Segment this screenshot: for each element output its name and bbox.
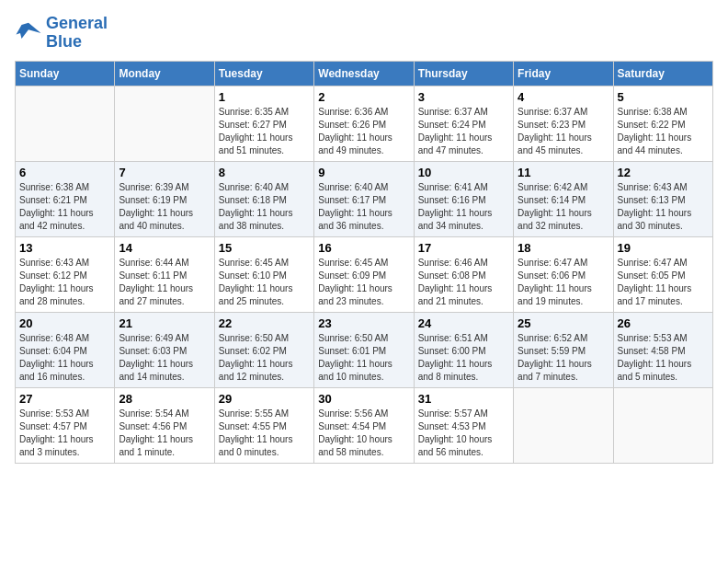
day-info: Sunrise: 5:53 AM Sunset: 4:58 PM Dayligh…: [618, 332, 709, 384]
calendar-cell: [16, 86, 115, 161]
calendar-cell: 25Sunrise: 6:52 AM Sunset: 5:59 PM Dayli…: [514, 312, 613, 387]
day-info: Sunrise: 6:46 AM Sunset: 6:08 PM Dayligh…: [418, 257, 509, 308]
day-number: 19: [618, 241, 709, 255]
day-number: 6: [19, 166, 110, 179]
day-info: Sunrise: 5:55 AM Sunset: 4:55 PM Dayligh…: [219, 408, 310, 459]
day-info: Sunrise: 6:48 AM Sunset: 6:04 PM Dayligh…: [19, 332, 110, 384]
day-info: Sunrise: 6:35 AM Sunset: 6:27 PM Dayligh…: [219, 106, 310, 157]
day-info: Sunrise: 6:45 AM Sunset: 6:09 PM Dayligh…: [318, 257, 409, 308]
day-info: Sunrise: 6:36 AM Sunset: 6:26 PM Dayligh…: [318, 106, 409, 157]
calendar-cell: 11Sunrise: 6:42 AM Sunset: 6:14 PM Dayli…: [514, 161, 613, 236]
day-number: 3: [418, 90, 509, 104]
day-info: Sunrise: 6:38 AM Sunset: 6:22 PM Dayligh…: [618, 106, 709, 157]
day-header-monday: Monday: [115, 61, 214, 86]
day-number: 7: [119, 166, 210, 179]
day-info: Sunrise: 6:42 AM Sunset: 6:14 PM Dayligh…: [518, 181, 609, 233]
day-number: 25: [518, 316, 609, 330]
day-number: 4: [518, 90, 609, 104]
day-number: 12: [618, 166, 709, 179]
calendar-cell: 13Sunrise: 6:43 AM Sunset: 6:12 PM Dayli…: [16, 236, 115, 312]
calendar-week-row: 27Sunrise: 5:53 AM Sunset: 4:57 PM Dayli…: [16, 387, 713, 463]
day-info: Sunrise: 6:37 AM Sunset: 6:23 PM Dayligh…: [518, 106, 609, 157]
calendar-cell: 7Sunrise: 6:39 AM Sunset: 6:19 PM Daylig…: [115, 161, 214, 236]
day-info: Sunrise: 6:50 AM Sunset: 6:01 PM Dayligh…: [318, 332, 409, 384]
calendar-cell: 30Sunrise: 5:56 AM Sunset: 4:54 PM Dayli…: [314, 387, 414, 463]
day-number: 27: [19, 392, 110, 406]
calendar-week-row: 1Sunrise: 6:35 AM Sunset: 6:27 PM Daylig…: [16, 86, 713, 161]
calendar-cell: 12Sunrise: 6:43 AM Sunset: 6:13 PM Dayli…: [613, 161, 712, 236]
day-info: Sunrise: 5:57 AM Sunset: 4:53 PM Dayligh…: [418, 408, 509, 459]
day-number: 20: [19, 316, 110, 330]
day-info: Sunrise: 5:56 AM Sunset: 4:54 PM Dayligh…: [318, 408, 409, 459]
calendar-cell: 17Sunrise: 6:46 AM Sunset: 6:08 PM Dayli…: [414, 236, 513, 312]
calendar-cell: [115, 86, 214, 161]
calendar-cell: 28Sunrise: 5:54 AM Sunset: 4:56 PM Dayli…: [115, 387, 214, 463]
day-info: Sunrise: 6:39 AM Sunset: 6:19 PM Dayligh…: [119, 181, 210, 233]
day-header-wednesday: Wednesday: [314, 61, 414, 86]
calendar-cell: 3Sunrise: 6:37 AM Sunset: 6:24 PM Daylig…: [414, 86, 513, 161]
logo: General Blue: [15, 15, 108, 52]
day-number: 24: [418, 316, 509, 330]
calendar-cell: 29Sunrise: 5:55 AM Sunset: 4:55 PM Dayli…: [214, 387, 313, 463]
day-number: 11: [518, 166, 609, 179]
calendar-cell: 6Sunrise: 6:38 AM Sunset: 6:21 PM Daylig…: [16, 161, 115, 236]
calendar-cell: [613, 387, 712, 463]
day-number: 1: [219, 90, 310, 104]
calendar-cell: 23Sunrise: 6:50 AM Sunset: 6:01 PM Dayli…: [314, 312, 414, 387]
calendar-week-row: 13Sunrise: 6:43 AM Sunset: 6:12 PM Dayli…: [16, 236, 713, 312]
calendar-table: SundayMondayTuesdayWednesdayThursdayFrid…: [15, 61, 713, 464]
day-header-friday: Friday: [514, 61, 613, 86]
day-info: Sunrise: 6:45 AM Sunset: 6:10 PM Dayligh…: [219, 257, 310, 308]
page-header: General Blue: [15, 15, 713, 52]
calendar-cell: 24Sunrise: 6:51 AM Sunset: 6:00 PM Dayli…: [414, 312, 513, 387]
day-info: Sunrise: 6:47 AM Sunset: 6:06 PM Dayligh…: [518, 257, 609, 308]
day-info: Sunrise: 6:43 AM Sunset: 6:12 PM Dayligh…: [19, 257, 110, 308]
day-number: 22: [219, 316, 310, 330]
day-number: 31: [418, 392, 509, 406]
calendar-cell: 21Sunrise: 6:49 AM Sunset: 6:03 PM Dayli…: [115, 312, 214, 387]
day-info: Sunrise: 6:50 AM Sunset: 6:02 PM Dayligh…: [219, 332, 310, 384]
day-number: 26: [618, 316, 709, 330]
calendar-week-row: 6Sunrise: 6:38 AM Sunset: 6:21 PM Daylig…: [16, 161, 713, 236]
day-number: 8: [219, 166, 310, 179]
day-info: Sunrise: 5:54 AM Sunset: 4:56 PM Dayligh…: [119, 408, 210, 459]
day-number: 13: [19, 241, 110, 255]
calendar-cell: 22Sunrise: 6:50 AM Sunset: 6:02 PM Dayli…: [214, 312, 313, 387]
calendar-cell: 31Sunrise: 5:57 AM Sunset: 4:53 PM Dayli…: [414, 387, 513, 463]
day-info: Sunrise: 6:43 AM Sunset: 6:13 PM Dayligh…: [618, 181, 709, 233]
day-number: 28: [119, 392, 210, 406]
calendar-cell: 9Sunrise: 6:40 AM Sunset: 6:17 PM Daylig…: [314, 161, 414, 236]
calendar-cell: 8Sunrise: 6:40 AM Sunset: 6:18 PM Daylig…: [214, 161, 313, 236]
day-header-sunday: Sunday: [16, 61, 115, 86]
day-number: 10: [418, 166, 509, 179]
day-info: Sunrise: 6:44 AM Sunset: 6:11 PM Dayligh…: [119, 257, 210, 308]
calendar-cell: 5Sunrise: 6:38 AM Sunset: 6:22 PM Daylig…: [613, 86, 712, 161]
day-number: 16: [318, 241, 409, 255]
svg-marker-0: [17, 23, 41, 39]
logo-icon: [15, 19, 42, 47]
calendar-week-row: 20Sunrise: 6:48 AM Sunset: 6:04 PM Dayli…: [16, 312, 713, 387]
day-header-tuesday: Tuesday: [214, 61, 313, 86]
day-number: 18: [518, 241, 609, 255]
calendar-cell: [514, 387, 613, 463]
day-header-saturday: Saturday: [613, 61, 712, 86]
day-number: 14: [119, 241, 210, 255]
day-info: Sunrise: 6:51 AM Sunset: 6:00 PM Dayligh…: [418, 332, 509, 384]
day-number: 23: [318, 316, 409, 330]
day-number: 17: [418, 241, 509, 255]
calendar-header-row: SundayMondayTuesdayWednesdayThursdayFrid…: [16, 61, 713, 86]
day-info: Sunrise: 6:47 AM Sunset: 6:05 PM Dayligh…: [618, 257, 709, 308]
day-info: Sunrise: 6:38 AM Sunset: 6:21 PM Dayligh…: [19, 181, 110, 233]
day-number: 2: [318, 90, 409, 104]
day-info: Sunrise: 6:37 AM Sunset: 6:24 PM Dayligh…: [418, 106, 509, 157]
calendar-cell: 27Sunrise: 5:53 AM Sunset: 4:57 PM Dayli…: [16, 387, 115, 463]
calendar-cell: 4Sunrise: 6:37 AM Sunset: 6:23 PM Daylig…: [514, 86, 613, 161]
calendar-cell: 14Sunrise: 6:44 AM Sunset: 6:11 PM Dayli…: [115, 236, 214, 312]
calendar-cell: 10Sunrise: 6:41 AM Sunset: 6:16 PM Dayli…: [414, 161, 513, 236]
day-number: 30: [318, 392, 409, 406]
day-number: 5: [618, 90, 709, 104]
calendar-cell: 1Sunrise: 6:35 AM Sunset: 6:27 PM Daylig…: [214, 86, 313, 161]
day-info: Sunrise: 6:41 AM Sunset: 6:16 PM Dayligh…: [418, 181, 509, 233]
day-info: Sunrise: 6:40 AM Sunset: 6:18 PM Dayligh…: [219, 181, 310, 233]
calendar-cell: 26Sunrise: 5:53 AM Sunset: 4:58 PM Dayli…: [613, 312, 712, 387]
